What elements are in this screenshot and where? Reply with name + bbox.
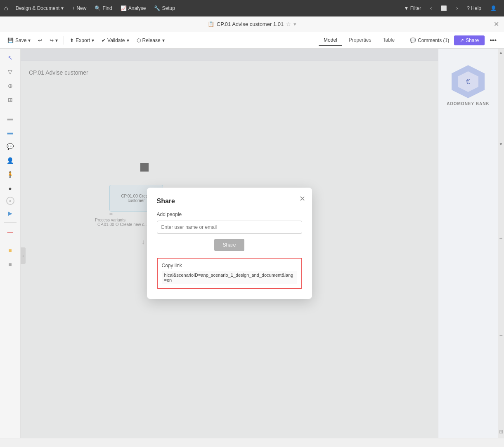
more-options-button[interactable]: ••• [486, 35, 500, 46]
export-arrow: ▾ [92, 38, 94, 43]
design-doc-arrow: ▾ [61, 5, 64, 11]
nav-design-document[interactable]: Design & Document ▾ [12, 4, 67, 13]
zoom-in-icon[interactable]: + [499, 235, 502, 242]
top-nav-right: ▼ Filter ‹ ⬜ › ? Help 👤 [400, 4, 500, 13]
undo-button[interactable]: ↩ [35, 36, 45, 45]
title-dropdown-icon[interactable]: ▾ [293, 21, 296, 27]
canvas-area: CP.01 Advise customer CP.01.00 Createcus… [21, 49, 438, 438]
release-button[interactable]: ⬡ Release ▾ [133, 36, 168, 45]
undo-icon: ↩ [38, 38, 42, 43]
yellow-square-icon[interactable]: ■ [4, 245, 17, 256]
nav-new[interactable]: + New [69, 4, 90, 13]
tab-properties[interactable]: Properties [344, 35, 376, 46]
redo-arrow: ▾ [55, 38, 58, 43]
circle-ring-icon[interactable]: ○ [6, 197, 14, 205]
fit-screen-icon[interactable]: ⊞ [499, 429, 503, 435]
bank-hexagon: € € [452, 65, 485, 98]
doc-icon: 📋 [208, 21, 214, 27]
copy-link-label: Copy link [162, 263, 297, 268]
bank-widget: € € ADOMONEY BANK [447, 65, 489, 106]
top-nav: ⌂ Design & Document ▾ + New 🔍 Find 📈 Ana… [0, 0, 504, 16]
circle-filled-icon[interactable]: ● [4, 183, 17, 194]
modal-title: Share [157, 198, 302, 205]
nav-analyse[interactable]: 📈 Analyse [117, 4, 149, 13]
add-people-input[interactable] [157, 221, 302, 234]
toolbar-sep-2 [403, 36, 403, 45]
chart-sidebar-icon[interactable]: ⊞ [4, 94, 17, 106]
crosshair-icon[interactable]: ⊕ [4, 80, 17, 92]
copy-link-url[interactable]: hical&scenarioID=anp_scenario_1_design_a… [162, 271, 297, 284]
share-icon: ↗ [460, 38, 464, 43]
sidebar-divider-1 [4, 109, 17, 109]
tab-model[interactable]: Model [319, 35, 342, 46]
toolbar: 💾 Save ▾ ↩ ↪ ▾ ⬆ Export ▾ ✔ Validate ▾ ⬡… [0, 32, 504, 49]
user-icon[interactable]: 👤 [487, 4, 500, 13]
nav-window[interactable]: ⬜ [438, 4, 450, 13]
release-icon: ⬡ [137, 38, 141, 43]
close-window-icon[interactable]: ✕ [494, 20, 499, 28]
share-button[interactable]: ↗ Share [454, 35, 485, 45]
zoom-out-icon[interactable]: − [499, 332, 502, 339]
toolbar-sep-1 [64, 36, 64, 45]
nav-find[interactable]: 🔍 Find [91, 4, 115, 13]
export-icon: ⬆ [70, 38, 74, 43]
left-sidebar: ↖ ▽ ⊕ ⊞ ▬ ▬ 💬 👤 🧍 ● ○ ▶ — ■ ■ [0, 49, 21, 438]
title-bar: 📋 CP.01 Advise customer 1.01 ☆ ▾ ✕ [0, 16, 504, 32]
star-icon[interactable]: ☆ [286, 21, 291, 27]
save-button[interactable]: 💾 Save ▾ [4, 36, 34, 45]
release-arrow: ▾ [162, 38, 165, 43]
person-icon[interactable]: 👤 [4, 155, 17, 166]
main-area: ↖ ▽ ⊕ ⊞ ▬ ▬ 💬 👤 🧍 ● ○ ▶ — ■ ■ CP.01 Advi… [0, 49, 504, 438]
cursor-icon[interactable]: ↖ [4, 52, 17, 64]
sidebar-divider-2 [4, 222, 17, 223]
validate-button[interactable]: ✔ Validate ▾ [98, 36, 132, 45]
toolbar-right: Model Properties Table 💬 Comments (1) ↗ … [319, 35, 500, 46]
share-modal: Share ✕ Add people Share Copy link hical… [147, 188, 312, 299]
right-panel: € € ADOMONEY BANK [438, 49, 498, 438]
nav-setup[interactable]: 🔧 Setup [151, 4, 178, 13]
help-btn[interactable]: ? Help [464, 4, 485, 13]
nav-prev[interactable]: ‹ [427, 4, 435, 13]
modal-backdrop: Share ✕ Add people Share Copy link hical… [21, 49, 438, 438]
right-scrollbar[interactable]: ▲ ▼ + − ⊞ [498, 49, 504, 438]
validate-arrow: ▾ [127, 38, 129, 43]
play-icon[interactable]: ▶ [4, 207, 17, 219]
gray-block-icon[interactable]: ■ [4, 259, 17, 270]
document-title: 📋 CP.01 Advise customer 1.01 ☆ ▾ [208, 21, 296, 27]
nav-next[interactable]: › [453, 4, 461, 13]
message-icon[interactable]: 💬 [4, 141, 17, 152]
person2-icon[interactable]: 🧍 [4, 169, 17, 180]
redo-button[interactable]: ↪ ▾ [46, 36, 61, 45]
red-line-icon[interactable]: — [4, 226, 17, 238]
bank-name-label: ADOMONEY BANK [447, 101, 489, 106]
modal-share-button[interactable]: Share [214, 239, 244, 251]
rect-icon[interactable]: ▬ [4, 113, 17, 124]
redo-icon: ↪ [50, 38, 54, 43]
sidebar-divider-3 [4, 241, 17, 241]
copy-link-box: Copy link hical&scenarioID=anp_scenario_… [157, 258, 302, 289]
comment-icon: 💬 [410, 38, 416, 43]
modal-close-icon[interactable]: ✕ [299, 194, 305, 203]
add-people-label: Add people [157, 212, 302, 217]
status-bar [0, 438, 504, 447]
export-button[interactable]: ⬆ Export ▾ [66, 36, 97, 45]
save-arrow: ▾ [28, 38, 31, 43]
validate-icon: ✔ [102, 38, 106, 43]
comments-button[interactable]: 💬 Comments (1) [407, 36, 452, 45]
tab-table[interactable]: Table [378, 35, 400, 46]
filter-btn[interactable]: ▼ Filter [400, 4, 424, 13]
scroll-down-icon[interactable]: ▼ [499, 142, 503, 146]
filter-sidebar-icon[interactable]: ▽ [4, 66, 17, 78]
scroll-up-icon[interactable]: ▲ [499, 50, 503, 55]
home-icon[interactable]: ⌂ [4, 5, 8, 12]
save-icon: 💾 [7, 38, 14, 43]
blue-rect-icon[interactable]: ▬ [4, 127, 17, 138]
